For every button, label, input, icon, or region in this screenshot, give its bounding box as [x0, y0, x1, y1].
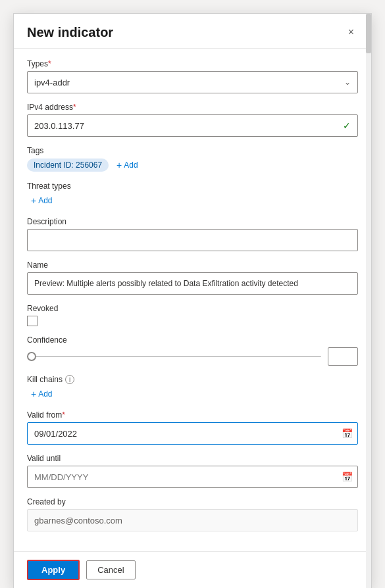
tags-label: Tags: [27, 146, 358, 155]
dialog-footer: Apply Cancel: [14, 551, 371, 588]
add-tag-button[interactable]: + Add: [113, 158, 142, 172]
created-by-label: Created by: [27, 497, 358, 506]
slider-track: [27, 356, 321, 357]
revoked-checkbox[interactable]: [27, 316, 38, 326]
valid-checkmark-icon: ✓: [343, 120, 351, 131]
add-threat-type-button[interactable]: + Add: [27, 193, 57, 208]
types-field-group: Types* ipv4-addr ⌄: [27, 59, 358, 93]
revoked-checkbox-row: [27, 316, 358, 326]
plus-icon: +: [116, 160, 122, 170]
threat-types-label: Threat types: [27, 182, 358, 191]
scrollbar-thumb[interactable]: [366, 14, 371, 53]
dialog-header: New indicator ×: [14, 14, 371, 49]
name-label: Name: [27, 260, 358, 270]
valid-from-label: Valid from*: [27, 410, 358, 420]
valid-from-field-group: Valid from* 📅: [27, 410, 358, 445]
chevron-down-icon: ⌄: [344, 78, 351, 87]
dialog-body: Types* ipv4-addr ⌄ IPv4 address* 203.0.1…: [14, 49, 371, 551]
ipv4-field-group: IPv4 address* 203.0.113.77 ✓: [27, 103, 358, 137]
scrollbar-track[interactable]: [366, 14, 371, 588]
created-by-field-group: Created by: [27, 497, 358, 531]
confidence-input[interactable]: [328, 347, 358, 366]
tag-chip: Incident ID: 256067: [27, 159, 109, 172]
name-field-group: Name: [27, 260, 358, 295]
description-input[interactable]: [27, 229, 358, 251]
valid-until-input[interactable]: [27, 466, 358, 488]
kill-chains-field-group: Kill chains i + Add: [27, 375, 358, 401]
plus-icon: +: [31, 195, 36, 206]
confidence-slider[interactable]: [27, 351, 321, 362]
confidence-field-group: Confidence: [27, 335, 358, 366]
info-icon[interactable]: i: [65, 375, 74, 384]
apply-button[interactable]: Apply: [27, 560, 80, 580]
threat-types-field-group: Threat types + Add: [27, 182, 358, 208]
kill-chains-label: Kill chains: [27, 375, 63, 384]
new-indicator-dialog: New indicator × Types* ipv4-addr ⌄ IPv4 …: [13, 13, 372, 588]
name-input[interactable]: [27, 272, 358, 295]
valid-until-field-group: Valid until 📅: [27, 454, 358, 488]
valid-until-wrapper: 📅: [27, 466, 358, 488]
ipv4-label: IPv4 address*: [27, 103, 358, 112]
add-kill-chain-button[interactable]: + Add: [27, 387, 57, 401]
slider-thumb[interactable]: [27, 352, 36, 361]
types-label: Types*: [27, 59, 358, 68]
description-label: Description: [27, 217, 358, 226]
created-by-input: [27, 509, 358, 531]
confidence-row: [27, 347, 358, 366]
tags-field-group: Tags Incident ID: 256067 + Add: [27, 146, 358, 172]
close-button[interactable]: ×: [344, 24, 358, 40]
revoked-label: Revoked: [27, 304, 358, 313]
tags-area: Incident ID: 256067 + Add: [27, 158, 358, 172]
confidence-label: Confidence: [27, 335, 358, 345]
valid-from-wrapper: 📅: [27, 422, 358, 445]
ipv4-input-wrapper: 203.0.113.77 ✓: [27, 114, 358, 137]
valid-from-input[interactable]: [27, 422, 358, 445]
dialog-title: New indicator: [27, 25, 113, 40]
cancel-button[interactable]: Cancel: [86, 560, 135, 579]
revoked-field-group: Revoked: [27, 304, 358, 326]
description-field-group: Description: [27, 217, 358, 251]
plus-icon: +: [31, 389, 36, 399]
threat-types-add-area: + Add: [27, 193, 358, 208]
types-select[interactable]: ipv4-addr ⌄: [27, 71, 358, 93]
kill-chains-label-row: Kill chains i: [27, 375, 358, 384]
valid-until-label: Valid until: [27, 454, 358, 463]
